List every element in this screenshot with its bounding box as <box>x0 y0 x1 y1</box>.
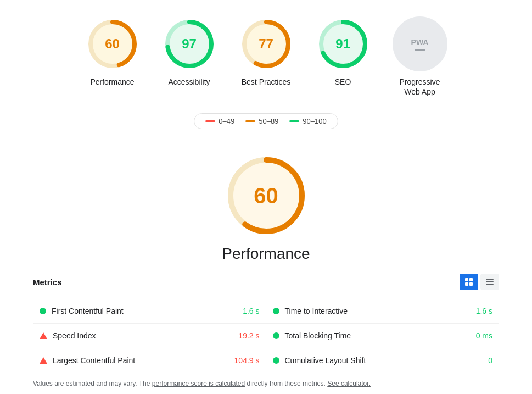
toggle-grid-button[interactable] <box>460 274 478 290</box>
main-score-title: Performance <box>222 245 310 263</box>
view-toggle <box>460 274 499 290</box>
metric-tbt-name: Total Blocking Time <box>285 331 351 340</box>
legend-color-high <box>289 120 299 122</box>
metric-cls-name: Cumulative Layout Shift <box>285 356 366 365</box>
metric-lcp-left: Largest Contentful Paint <box>40 356 135 365</box>
scores-section: 60 Performance 97 Accessibility 77 Best … <box>0 0 532 108</box>
footer-link-calculator[interactable]: See calculator. <box>327 380 371 387</box>
metric-fcp-indicator <box>40 308 46 314</box>
main-circle: 60 <box>222 152 310 240</box>
footer-note: Values are estimated and may vary. The p… <box>22 373 510 394</box>
metric-cls-value: 0 <box>488 356 492 365</box>
metric-tti-value: 1.6 s <box>476 307 492 315</box>
legend-label-mid: 50–89 <box>259 117 278 125</box>
metric-tbt: Total Blocking Time 0 ms <box>266 324 500 348</box>
score-seo[interactable]: 91 SEO <box>316 16 371 87</box>
metric-si: Speed Index 19.2 s <box>33 324 266 348</box>
score-label-best-practices: Best Practices <box>242 77 290 87</box>
score-pwa[interactable]: PWA Progressive Web App <box>393 16 447 97</box>
legend-label-low: 0–49 <box>219 117 234 125</box>
svg-rect-10 <box>465 278 468 281</box>
metrics-title: Metrics <box>33 278 62 287</box>
metric-cls: Cumulative Layout Shift 0 <box>266 348 500 373</box>
metric-fcp-name: First Contentful Paint <box>52 307 124 315</box>
svg-rect-16 <box>486 284 494 285</box>
score-value-performance: 60 <box>105 36 120 52</box>
score-performance[interactable]: 60 Performance <box>85 16 140 87</box>
circle-performance: 60 <box>85 16 140 71</box>
score-label-pwa: Progressive Web App <box>400 77 440 97</box>
legend-label-high: 90–100 <box>303 117 326 125</box>
metric-lcp-value: 104.9 s <box>234 356 260 365</box>
main-section: 60 Performance Metrics <box>0 141 532 394</box>
legend-color-low <box>205 120 215 122</box>
metric-tti: Time to Interactive 1.6 s <box>266 299 500 324</box>
score-label-performance: Performance <box>90 77 134 87</box>
grid-icon <box>464 278 473 286</box>
legend-item-low: 0–49 <box>205 117 234 125</box>
metric-tti-indicator <box>273 308 279 314</box>
pwa-dash <box>415 49 425 51</box>
metric-tbt-value: 0 ms <box>476 331 492 340</box>
metrics-right-col: Time to Interactive 1.6 s Total Blocking… <box>266 299 500 373</box>
footer-link-score[interactable]: performance score is calculated <box>152 380 245 387</box>
score-accessibility[interactable]: 97 Accessibility <box>162 16 217 87</box>
svg-rect-14 <box>486 279 494 280</box>
metric-fcp: First Contentful Paint 1.6 s <box>33 299 266 324</box>
svg-rect-15 <box>486 281 494 282</box>
metric-si-left: Speed Index <box>40 331 96 340</box>
score-best-practices[interactable]: 77 Best Practices <box>239 16 294 87</box>
svg-rect-12 <box>465 282 468 286</box>
legend-inner: 0–49 50–89 90–100 <box>194 113 338 129</box>
legend-item-high: 90–100 <box>289 117 326 125</box>
metric-tbt-indicator <box>273 332 279 339</box>
metrics-left-col: First Contentful Paint 1.6 s Speed Index… <box>33 299 266 373</box>
main-score-value: 60 <box>254 184 278 208</box>
legend-item-mid: 50–89 <box>245 117 278 125</box>
score-label-accessibility: Accessibility <box>168 77 210 87</box>
divider-top <box>0 135 532 135</box>
metric-lcp-name: Largest Contentful Paint <box>53 356 135 365</box>
list-icon <box>485 278 494 286</box>
metric-cls-left: Cumulative Layout Shift <box>273 356 366 365</box>
legend: 0–49 50–89 90–100 <box>0 113 532 129</box>
metrics-grid: First Contentful Paint 1.6 s Speed Index… <box>33 299 499 373</box>
circle-pwa: PWA <box>393 16 447 71</box>
metric-cls-indicator <box>273 357 279 364</box>
circle-accessibility: 97 <box>162 16 217 71</box>
score-value-best-practices: 77 <box>259 36 273 52</box>
metrics-header: Metrics <box>33 274 499 296</box>
metrics-section: Metrics <box>22 274 510 373</box>
score-value-accessibility: 97 <box>182 36 197 52</box>
legend-color-mid <box>245 120 255 122</box>
metric-si-indicator <box>40 332 47 339</box>
metrics-wrapper: Metrics <box>22 274 510 394</box>
metric-si-name: Speed Index <box>53 331 96 340</box>
metric-tti-name: Time to Interactive <box>285 307 348 315</box>
metric-si-value: 19.2 s <box>238 331 259 340</box>
circle-best-practices: 77 <box>239 16 294 71</box>
metric-fcp-value: 1.6 s <box>243 307 259 315</box>
pwa-icon-text: PWA <box>411 38 429 47</box>
score-label-seo: SEO <box>335 77 351 87</box>
metric-lcp: Largest Contentful Paint 104.9 s <box>33 348 266 373</box>
circle-seo: 91 <box>316 16 371 71</box>
score-value-seo: 91 <box>335 36 350 52</box>
metric-tti-left: Time to Interactive <box>273 307 348 315</box>
toggle-list-button[interactable] <box>480 274 499 290</box>
metric-tbt-left: Total Blocking Time <box>273 331 351 340</box>
metric-lcp-indicator <box>40 357 47 364</box>
metric-fcp-left: First Contentful Paint <box>40 307 124 315</box>
svg-rect-11 <box>469 278 473 281</box>
svg-rect-13 <box>469 282 473 286</box>
